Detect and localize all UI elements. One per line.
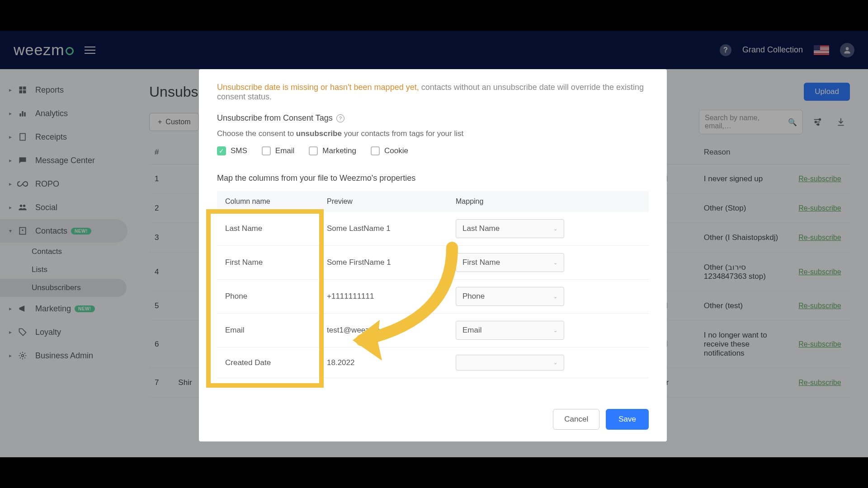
consent-description: Choose the consent to unsubscribe your c… xyxy=(217,129,649,138)
mapping-select[interactable]: ⌄ xyxy=(456,355,564,371)
mapping-row: Last NameSome LastName 1Last Name⌄ xyxy=(217,212,649,246)
chevron-down-icon: ⌄ xyxy=(553,260,557,266)
import-modal: Unsubscribe date is missing or hasn't be… xyxy=(199,69,667,441)
map-preview: Some LastName 1 xyxy=(327,224,456,233)
map-preview: test1@weezmo.com xyxy=(327,326,456,335)
mapping-select[interactable]: Phone⌄ xyxy=(456,287,564,306)
mapping-select[interactable]: First Name⌄ xyxy=(456,253,564,272)
map-th-column: Column name xyxy=(225,197,327,206)
map-col-name: Phone xyxy=(225,292,327,301)
map-col-name: Last Name xyxy=(225,224,327,233)
map-th-mapping: Mapping xyxy=(456,197,555,206)
chevron-down-icon: ⌄ xyxy=(553,360,557,366)
warning-message: Unsubscribe date is missing or hasn't be… xyxy=(217,83,649,102)
checkbox-label: Email xyxy=(275,146,295,155)
map-preview: 18.2022 xyxy=(327,358,456,367)
checkbox-cookie[interactable]: Cookie xyxy=(371,146,408,155)
mapping-table-header: Column name Preview Mapping xyxy=(217,191,649,212)
map-preview: Some FirstName 1 xyxy=(327,258,456,267)
mapping-row: Emailtest1@weezmo.comEmail⌄ xyxy=(217,314,649,347)
chevron-down-icon: ⌄ xyxy=(553,328,557,333)
map-th-preview: Preview xyxy=(327,197,456,206)
map-col-name: Created Date xyxy=(225,358,327,367)
save-button[interactable]: Save xyxy=(606,409,649,430)
map-col-name: Email xyxy=(225,326,327,335)
checkbox-label: SMS xyxy=(231,146,247,155)
mapping-row: First NameSome FirstName 1First Name⌄ xyxy=(217,246,649,280)
map-col-name: First Name xyxy=(225,258,327,267)
consent-section-title: Unsubscribe from Consent Tags? xyxy=(217,113,649,123)
checkbox-email[interactable]: Email xyxy=(262,146,295,155)
map-preview: +1111111111 xyxy=(327,292,456,301)
mapping-row: Phone+1111111111Phone⌄ xyxy=(217,280,649,314)
mapping-section-title: Map the columns from your file to Weezmo… xyxy=(217,174,649,183)
cancel-button[interactable]: Cancel xyxy=(553,409,599,430)
mapping-select[interactable]: Last Name⌄ xyxy=(456,219,564,238)
mapping-row: Created Date18.2022⌄ xyxy=(217,347,649,378)
checkbox-marketing[interactable]: Marketing xyxy=(309,146,356,155)
checkbox-label: Marketing xyxy=(322,146,356,155)
checkbox-label: Cookie xyxy=(384,146,408,155)
app-container: weezm ? Grand Collection ▸Reports ▸Analy… xyxy=(0,31,868,457)
chevron-down-icon: ⌄ xyxy=(553,294,557,300)
chevron-down-icon: ⌄ xyxy=(553,226,557,232)
checkbox-sms[interactable]: ✓SMS xyxy=(217,146,247,155)
mapping-select[interactable]: Email⌄ xyxy=(456,321,564,340)
help-icon[interactable]: ? xyxy=(336,114,344,122)
